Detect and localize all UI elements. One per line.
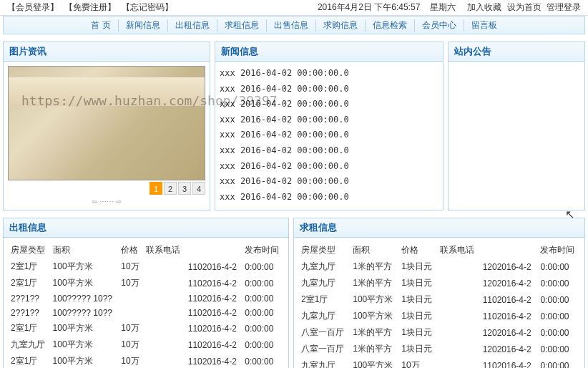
- add-favorite-link[interactable]: 加入收藏: [467, 2, 501, 12]
- pager-4[interactable]: 4: [192, 182, 205, 195]
- nav-rent-want[interactable]: 求租信息: [217, 19, 267, 32]
- news-item[interactable]: xxx 2016-04-02 00:00:00.0: [220, 82, 438, 97]
- table-row[interactable]: 九室九厅100平方米10万1102016-4-20:00:00: [298, 357, 580, 368]
- table-row[interactable]: 2室1厅100平方米10万1102016-4-20:00:00: [8, 353, 284, 368]
- forgot-password-link[interactable]: 【忘记密码】: [122, 1, 173, 14]
- table-row[interactable]: 2??1??100????? 10??1102016-4-20:00:00: [8, 291, 284, 306]
- news-item[interactable]: xxx 2016-04-02 00:00:00.0: [220, 66, 438, 82]
- nav-rent-out[interactable]: 出租信息: [168, 19, 217, 32]
- carousel-pager: 1234: [8, 182, 205, 195]
- news-item[interactable]: xxx 2016-04-02 00:00:00.0: [220, 97, 438, 112]
- col-header: 房屋类型: [8, 242, 50, 258]
- carousel-image[interactable]: [8, 66, 205, 180]
- pager-3[interactable]: 3: [178, 182, 191, 195]
- nav-member[interactable]: 会员中心: [415, 19, 464, 32]
- news-item[interactable]: xxx 2016-04-02 00:00:00.0: [220, 112, 438, 128]
- navbar: 首 页新闻信息出租信息求租信息出售信息求购信息信息检索会员中心留言板: [3, 16, 585, 34]
- col-header: 价格: [398, 242, 437, 258]
- news-item[interactable]: xxx 2016-04-02 00:00:00.0: [220, 159, 438, 175]
- topbar-right: 2016年4月2日 下午6:45:57 星期六 加入收藏 设为首页 管理登录: [318, 1, 582, 14]
- nav-sale[interactable]: 出售信息: [267, 19, 316, 32]
- news-item[interactable]: xxx 2016-04-02 00:00:00.0: [220, 143, 438, 159]
- topbar-left: 【会员登录】【免费注册】【忘记密码】: [6, 1, 175, 14]
- set-homepage-link[interactable]: 设为首页: [507, 2, 542, 12]
- news-item[interactable]: xxx 2016-04-02 00:00:00.0: [220, 127, 438, 143]
- news-panel: 新闻信息 xxx 2016-04-02 00:00:00.0xxx 2016-0…: [215, 42, 444, 210]
- col-header: 面积: [350, 242, 398, 258]
- rent-out-panel: 出租信息 房屋类型面积价格联系电话发布时间2室1厅100平方米10万110201…: [3, 218, 289, 368]
- table-row[interactable]: 2室1厅100平方米10万1102016-4-20:00:00: [8, 258, 284, 275]
- nav-guestbook[interactable]: 留言板: [464, 19, 504, 32]
- nav-home[interactable]: 首 页: [84, 19, 118, 32]
- notice-panel-title: 站内公告: [449, 42, 584, 62]
- table-row[interactable]: 2室1厅100平方米10万1102016-4-20:00:00: [8, 320, 284, 336]
- col-header: 发布时间: [537, 242, 580, 258]
- notice-panel: 站内公告: [448, 42, 585, 210]
- col-header: 发布时间: [242, 242, 284, 258]
- photo-panel-title: 图片资讯: [4, 42, 210, 62]
- rent-out-table: 房屋类型面积价格联系电话发布时间2室1厅100平方米10万1102016-4-2…: [8, 242, 284, 368]
- pager-2[interactable]: 2: [164, 182, 177, 195]
- table-row[interactable]: 2室1厅100平方米1块日元1102016-4-20:00:00: [298, 291, 580, 308]
- nav-search[interactable]: 信息检索: [366, 19, 415, 32]
- nav-news[interactable]: 新闻信息: [119, 19, 168, 32]
- col-header: 面积: [50, 242, 119, 258]
- table-row[interactable]: 九室九厅100平方米10万1102016-4-20:00:00: [8, 336, 284, 353]
- pager-1[interactable]: 1: [150, 182, 162, 195]
- table-row[interactable]: 九室九厅1米的平方1块日元1202016-4-20:00:00: [298, 275, 580, 291]
- table-row[interactable]: 2??1??100????? 10??1102016-4-20:00:00: [8, 306, 284, 320]
- col-header: 联系电话: [143, 242, 185, 258]
- photo-panel: 图片资讯 1234 ⇦ ⋯⋯ ⇨: [3, 42, 210, 210]
- table-row[interactable]: 九室九厅100平方米1块日元1102016-4-20:00:00: [298, 308, 580, 324]
- table-row[interactable]: 八室一百厅1米的平方1块日元1202016-4-20:00:00: [298, 324, 580, 341]
- datetime-text: 2016年4月2日 下午6:45:57: [318, 1, 420, 14]
- news-list: xxx 2016-04-02 00:00:00.0xxx 2016-04-02 …: [215, 62, 443, 209]
- col-header: 房屋类型: [298, 242, 350, 258]
- admin-login-link[interactable]: 管理登录: [547, 2, 581, 12]
- table-row[interactable]: 2室1厅100平方米10万1102016-4-20:00:00: [8, 275, 284, 291]
- table-row[interactable]: 八室一百厅1米的平方1块日元1202016-4-20:00:00: [298, 341, 580, 357]
- news-panel-title: 新闻信息: [215, 42, 443, 62]
- news-item[interactable]: xxx 2016-04-02 00:00:00.0: [220, 174, 438, 190]
- notice-body: [449, 62, 584, 70]
- col-header: 联系电话: [437, 242, 480, 258]
- col-header: 价格: [118, 242, 143, 258]
- rent-want-title: 求租信息: [294, 218, 584, 238]
- news-item[interactable]: xxx 2016-04-02 00:00:00.0: [220, 190, 438, 205]
- col-header: [480, 242, 538, 258]
- free-register-link[interactable]: 【免费注册】: [64, 1, 116, 14]
- rent-want-panel: 求租信息 房屋类型面积价格联系电话发布时间九室九厅1米的平方1块日元120201…: [293, 218, 585, 368]
- carousel-scroller[interactable]: ⇦ ⋯⋯ ⇨: [8, 195, 205, 205]
- nav-buy[interactable]: 求购信息: [316, 19, 366, 32]
- member-login-link[interactable]: 【会员登录】: [7, 1, 59, 14]
- rent-want-table: 房屋类型面积价格联系电话发布时间九室九厅1米的平方1块日元1202016-4-2…: [298, 242, 580, 368]
- weekday-text: 星期六: [430, 1, 456, 14]
- topbar: 【会员登录】【免费注册】【忘记密码】 2016年4月2日 下午6:45:57 星…: [0, 0, 588, 16]
- rent-out-title: 出租信息: [4, 218, 288, 238]
- table-row[interactable]: 九室九厅1米的平方1块日元1202016-4-20:00:00: [298, 258, 580, 275]
- col-header: [185, 242, 242, 258]
